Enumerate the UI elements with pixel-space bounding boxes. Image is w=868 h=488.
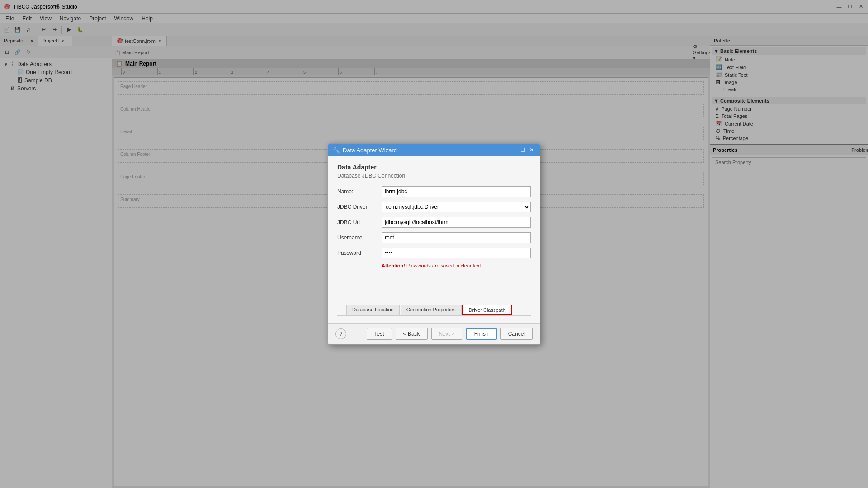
tab-driver-classpath[interactable]: Driver Classpath xyxy=(462,305,512,315)
password-label: Password xyxy=(337,250,378,256)
modal-tabs: Database Location Connection Properties … xyxy=(337,305,531,316)
username-input[interactable] xyxy=(382,232,531,243)
modal-close-button[interactable]: ✕ xyxy=(528,146,535,154)
jdbc-url-label: JDBC Url xyxy=(337,219,378,225)
modal-section-title: Data Adapter xyxy=(337,164,531,171)
tab-connection-properties[interactable]: Connection Properties xyxy=(401,305,462,315)
modal-title-icon: 🔧 xyxy=(333,147,340,154)
name-input[interactable] xyxy=(382,186,531,197)
modal-footer: ? Test < Back Next > Finish Cancel xyxy=(328,323,540,344)
attention-prefix: Attention! xyxy=(382,263,405,268)
tab-database-location[interactable]: Database Location xyxy=(346,305,400,315)
test-button[interactable]: Test xyxy=(367,328,392,340)
modal-subtitle: Database JDBC Connection xyxy=(337,173,531,179)
modal-title-bar: 🔧 Data Adapter Wizard — ☐ ✕ xyxy=(328,144,540,156)
attention-message: Passwords are saved in clear text xyxy=(406,263,481,268)
username-form-row: Username xyxy=(337,232,531,243)
next-button[interactable]: Next > xyxy=(431,328,462,340)
modal-title-controls: — ☐ ✕ xyxy=(510,146,535,154)
back-button[interactable]: < Back xyxy=(396,328,428,340)
modal-restore-button[interactable]: ☐ xyxy=(519,146,526,154)
username-label: Username xyxy=(337,235,378,241)
help-button[interactable]: ? xyxy=(335,328,346,339)
modal-spacer xyxy=(337,273,531,300)
modal-body: Data Adapter Database JDBC Connection Na… xyxy=(328,156,540,323)
modal-title-label: Data Adapter Wizard xyxy=(343,147,397,154)
attention-text: Attention! Passwords are saved in clear … xyxy=(382,263,531,268)
data-adapter-wizard-modal: 🔧 Data Adapter Wizard — ☐ ✕ Data Adapter… xyxy=(328,143,540,345)
jdbc-url-form-row: JDBC Url xyxy=(337,217,531,228)
password-input[interactable] xyxy=(382,248,531,258)
jdbc-driver-label: JDBC Driver xyxy=(337,204,378,210)
modal-title-left: 🔧 Data Adapter Wizard xyxy=(333,147,397,154)
finish-button[interactable]: Finish xyxy=(466,328,497,340)
modal-minimize-button[interactable]: — xyxy=(510,146,517,154)
jdbc-driver-form-row: JDBC Driver com.mysql.jdbc.Driver xyxy=(337,202,531,212)
modal-overlay: 🔧 Data Adapter Wizard — ☐ ✕ Data Adapter… xyxy=(0,0,868,488)
jdbc-driver-select[interactable]: com.mysql.jdbc.Driver xyxy=(382,202,531,212)
name-form-row: Name: xyxy=(337,186,531,197)
password-form-row: Password xyxy=(337,248,531,258)
name-label: Name: xyxy=(337,188,378,195)
jdbc-url-input[interactable] xyxy=(382,217,531,228)
cancel-button[interactable]: Cancel xyxy=(500,328,533,340)
